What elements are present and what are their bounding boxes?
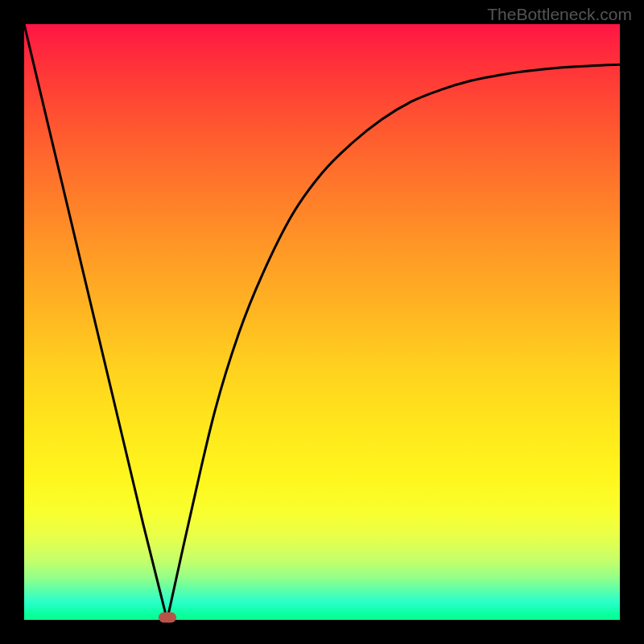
chart-container: TheBottleneck.com [0, 0, 644, 644]
watermark-text: TheBottleneck.com [487, 5, 632, 24]
optimal-point-marker [159, 613, 176, 623]
bottleneck-curve [24, 24, 620, 620]
plot-area [24, 24, 620, 620]
curve-svg [24, 24, 620, 620]
